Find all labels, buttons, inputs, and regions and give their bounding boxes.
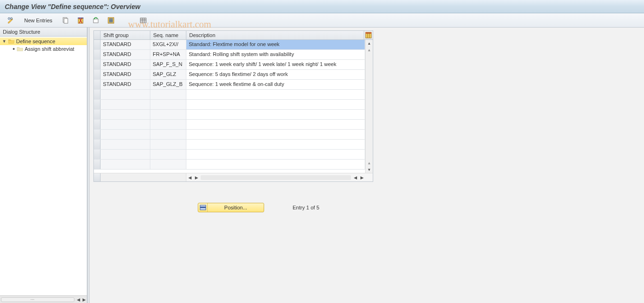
- scroll-up-icon[interactable]: ▲: [366, 40, 373, 47]
- expand-collapse-icon[interactable]: ▼: [2, 39, 7, 44]
- page-title: Change View "Define sequence": Overview: [5, 3, 140, 10]
- cell-seq-name[interactable]: FR+SP+NA: [150, 50, 186, 59]
- select-all-button[interactable]: [105, 16, 117, 25]
- scroll-right-icon[interactable]: ▶: [359, 175, 365, 180]
- row-selector[interactable]: [94, 130, 101, 139]
- row-selector[interactable]: [94, 50, 101, 59]
- table-row: [94, 140, 365, 150]
- cell-shift-group[interactable]: STANDARD: [101, 80, 150, 89]
- scrollbar-thumb[interactable]: [1, 297, 74, 302]
- grid-configure-button[interactable]: [364, 31, 373, 39]
- cell-seq-name[interactable]: [150, 100, 186, 109]
- table-row: [94, 110, 365, 120]
- row-selector[interactable]: [94, 40, 101, 49]
- cell-shift-group[interactable]: STANDARD: [101, 40, 150, 49]
- cell-description[interactable]: Sequence: 1 week early shift/ 1 week lat…: [186, 60, 365, 69]
- row-selector[interactable]: [94, 60, 101, 69]
- dialog-structure-header: Dialog Structure: [0, 28, 87, 37]
- cell-shift-group[interactable]: STANDARD: [101, 50, 150, 59]
- tree-horizontal-scrollbar[interactable]: ◀ ▶: [0, 295, 87, 303]
- cell-description[interactable]: [186, 140, 365, 149]
- grid-vertical-scrollbar[interactable]: ▲ ▲ ▲ ▼: [365, 40, 373, 173]
- cell-shift-group[interactable]: [101, 90, 150, 99]
- position-button[interactable]: Position...: [198, 203, 264, 212]
- row-selector[interactable]: [94, 140, 101, 149]
- scroll-right-step-icon[interactable]: ◀: [352, 175, 359, 180]
- cell-description[interactable]: [186, 110, 365, 119]
- cell-description[interactable]: [186, 90, 365, 99]
- scroll-down-icon[interactable]: ▼: [366, 166, 373, 173]
- cell-description[interactable]: [186, 100, 365, 109]
- content-area: Shift group Seq. name Description STANDA…: [90, 28, 644, 303]
- row-selector[interactable]: [94, 90, 101, 99]
- scrollbar-track[interactable]: [201, 175, 351, 180]
- cell-seq-name[interactable]: [150, 120, 186, 129]
- scroll-left-icon[interactable]: ◀: [75, 297, 81, 302]
- pencil-glasses-icon: [7, 17, 15, 24]
- cell-description[interactable]: [186, 160, 365, 169]
- tree-node-define-sequence[interactable]: ▼ Define sequence: [0, 38, 87, 45]
- cell-shift-group[interactable]: [101, 150, 150, 159]
- tree-node-label: Assign shift abbreviat: [25, 46, 74, 52]
- column-header-seq-name[interactable]: Seq. name: [150, 31, 186, 39]
- folder-closed-icon: [17, 46, 23, 52]
- cell-seq-name[interactable]: [150, 150, 186, 159]
- table-row: [94, 120, 365, 130]
- cell-seq-name[interactable]: [150, 90, 186, 99]
- cell-description[interactable]: Sequence: 1 week flextime & on-call duty: [186, 80, 365, 89]
- title-bar: Change View "Define sequence": Overview: [0, 0, 644, 13]
- folder-open-icon: [8, 38, 15, 44]
- grid-header-row: Shift group Seq. name Description: [94, 31, 373, 40]
- cell-seq-name[interactable]: SAP_GLZ_B: [150, 80, 186, 89]
- tree-node-label: Define sequence: [16, 38, 55, 44]
- scroll-left-step-icon[interactable]: ▶: [193, 175, 200, 180]
- cell-shift-group[interactable]: [101, 110, 150, 119]
- column-header-description[interactable]: Description: [186, 31, 364, 39]
- copy-icon: [62, 17, 69, 24]
- cell-seq-name[interactable]: 5XGL+2X//: [150, 40, 186, 49]
- cell-seq-name[interactable]: [150, 110, 186, 119]
- scroll-up-step-icon[interactable]: ▲: [366, 47, 373, 53]
- cell-shift-group[interactable]: [101, 130, 150, 139]
- delete-icon: [77, 17, 84, 24]
- grid-horizontal-scrollbar[interactable]: ◀ ▶ ◀ ▶: [94, 173, 373, 181]
- cell-description[interactable]: [186, 130, 365, 139]
- cell-seq-name[interactable]: SAP_GLZ: [150, 70, 186, 79]
- row-selector[interactable]: [94, 100, 101, 109]
- scroll-right-icon[interactable]: ▶: [81, 297, 87, 302]
- row-selector[interactable]: [94, 160, 101, 169]
- cell-shift-group[interactable]: STANDARD: [101, 70, 150, 79]
- cell-shift-group[interactable]: [101, 140, 150, 149]
- cell-description[interactable]: Standard: Rolling shift system with avai…: [186, 50, 365, 59]
- table-row: [94, 130, 365, 140]
- cell-shift-group[interactable]: STANDARD: [101, 60, 150, 69]
- tree-node-assign-shift[interactable]: • Assign shift abbreviat: [0, 45, 87, 53]
- undo-change-button[interactable]: [90, 16, 102, 25]
- row-selector-header[interactable]: [94, 31, 101, 39]
- row-selector[interactable]: [94, 120, 101, 129]
- cell-description[interactable]: [186, 120, 365, 129]
- table-row: [94, 90, 365, 100]
- table-view-button[interactable]: [137, 16, 149, 25]
- cell-description[interactable]: [186, 150, 365, 159]
- cell-shift-group[interactable]: [101, 160, 150, 169]
- copy-as-button[interactable]: [59, 16, 72, 25]
- row-selector[interactable]: [94, 80, 101, 89]
- cell-seq-name[interactable]: [150, 130, 186, 139]
- cell-seq-name[interactable]: SAP_F_S_N: [150, 60, 186, 69]
- toggle-display-change-button[interactable]: [5, 16, 17, 25]
- new-entries-button[interactable]: New Entries: [20, 16, 56, 25]
- delete-button[interactable]: [74, 16, 87, 25]
- cell-seq-name[interactable]: [150, 160, 186, 169]
- scroll-down-step-icon[interactable]: ▲: [366, 160, 373, 166]
- row-selector[interactable]: [94, 70, 101, 79]
- row-selector[interactable]: [94, 150, 101, 159]
- cell-description[interactable]: Standard: Flextime model for one week: [186, 40, 365, 49]
- cell-shift-group[interactable]: [101, 120, 150, 129]
- column-header-shift-group[interactable]: Shift group: [101, 31, 150, 39]
- cell-description[interactable]: Sequence: 5 days flextime/ 2 days off wo…: [186, 70, 365, 79]
- cell-seq-name[interactable]: [150, 140, 186, 149]
- scroll-left-icon[interactable]: ◀: [186, 175, 193, 180]
- row-selector[interactable]: [94, 110, 101, 119]
- cell-shift-group[interactable]: [101, 100, 150, 109]
